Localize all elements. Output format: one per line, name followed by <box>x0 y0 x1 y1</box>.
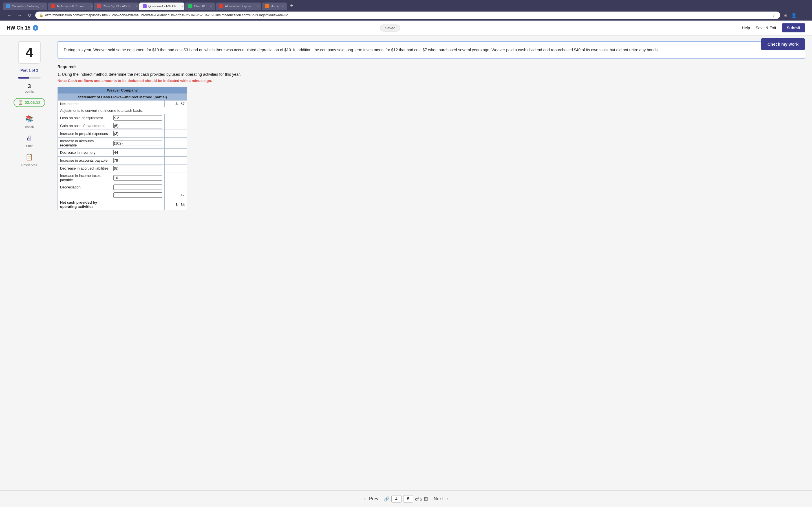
input-accrued-liabilities-field[interactable] <box>113 166 162 171</box>
tab-close-6[interactable]: ✕ <box>257 5 259 8</box>
tab-close-2[interactable]: ✕ <box>91 5 93 8</box>
tab-close-4[interactable]: ✕ <box>182 5 184 8</box>
browser-chrome: Calendar - Sullivan, ✕ McGraw Hill Conne… <box>0 0 812 20</box>
value2-accounts-payable <box>165 157 187 165</box>
input-prepaid-field[interactable] <box>113 131 162 136</box>
label-depreciation: Depreciation <box>58 183 111 191</box>
input-inventory-field[interactable] <box>113 150 162 155</box>
input-inventory[interactable] <box>111 149 165 157</box>
table-row-accounts-receivable: Increase in accounts receivable <box>58 138 187 149</box>
tab-chatgpt[interactable]: ChatGPT ✕ <box>185 3 215 10</box>
tab-close-5[interactable]: ✕ <box>210 5 212 8</box>
saved-badge: Saved <box>380 24 400 32</box>
question-box: During this year, Weaver sold some equip… <box>57 41 805 59</box>
required-text: 1. Using the indirect method, determine … <box>57 71 805 77</box>
tab-label-4: Question 4 - HW Ch... <box>148 4 179 8</box>
value2-accrued-liabilities <box>165 165 187 172</box>
value2-loss-equipment <box>165 114 187 122</box>
lock-icon: 🔒 <box>39 13 43 17</box>
input-accounts-payable-field[interactable] <box>113 158 162 163</box>
input-accounts-payable[interactable] <box>111 157 165 165</box>
references-icon: 📋 <box>24 152 35 162</box>
input-depreciation-field[interactable] <box>113 184 162 190</box>
tab-home[interactable]: Home ✕ <box>262 3 287 10</box>
check-my-work-container: Check my work <box>761 38 805 50</box>
header-center: Saved <box>380 25 400 30</box>
required-label: Required: <box>57 64 805 70</box>
input-gain-investments-field[interactable] <box>113 123 162 128</box>
input-loss-equipment-field[interactable] <box>113 115 162 121</box>
timer-value: 02:05:18 <box>24 100 40 105</box>
references-button[interactable]: 📋 References <box>21 152 37 167</box>
tab-close-3[interactable]: ✕ <box>136 5 138 8</box>
input-subtotal-field[interactable] <box>113 192 162 198</box>
tab-dispute[interactable]: Alternative Dispute ... ✕ <box>216 3 261 10</box>
tab-calendar[interactable]: Calendar - Sullivan, ✕ <box>3 3 47 10</box>
table-row-net-income: Net income $ 67 <box>58 101 187 107</box>
table-row-prepaid: Increase in prepaid expenses <box>58 130 187 138</box>
timer-box: ⏳ 02:05:18 <box>13 98 45 107</box>
input-taxes-payable-field[interactable] <box>113 175 162 180</box>
question-number: 4 <box>26 45 33 60</box>
label-gain-investments: Gain on sale of investments <box>58 122 111 130</box>
reload-button[interactable]: ↻ <box>26 12 33 18</box>
input-taxes-payable[interactable] <box>111 172 165 183</box>
value1-net-cash <box>111 199 165 210</box>
value1-net-income <box>111 101 165 107</box>
value2-prepaid <box>165 130 187 138</box>
app-header: HW Ch 15 i Saved Help Save & Exit Submit <box>0 20 812 36</box>
extensions-icon[interactable]: ⊞ <box>782 12 788 18</box>
table-row-subtotal: 17 <box>58 191 187 199</box>
help-link[interactable]: Help <box>742 25 750 30</box>
question-number-box: 4 <box>18 41 41 64</box>
input-subtotal[interactable] <box>111 191 165 199</box>
input-prepaid[interactable] <box>111 130 165 138</box>
print-icon: 🖨 <box>24 133 35 143</box>
points-box: 3 points <box>25 83 34 94</box>
profile-icon[interactable]: 👤 <box>790 12 798 18</box>
tab-close-7[interactable]: ✕ <box>282 5 284 8</box>
info-icon[interactable]: i <box>33 25 38 31</box>
tab-class[interactable]: Class Sp 24 - ACC2... ✕ <box>94 3 139 10</box>
menu-icon[interactable]: ⋮ <box>800 12 806 18</box>
tab-question-active[interactable]: Question 4 - HW Ch... ✕ <box>139 3 185 10</box>
tab-favicon-3 <box>97 4 101 8</box>
print-button[interactable]: 🖨 Print <box>24 133 35 148</box>
tab-close-1[interactable]: ✕ <box>42 5 44 8</box>
tabs-row: Calendar - Sullivan, ✕ McGraw Hill Conne… <box>3 2 809 10</box>
table-row-taxes-payable: Increase in income taxes payable <box>58 172 187 183</box>
tab-mcgraw[interactable]: McGraw Hill Connec... ✕ <box>48 3 93 10</box>
input-accounts-receivable-field[interactable] <box>113 140 162 146</box>
value2-depreciation <box>165 183 187 191</box>
label-net-income: Net income <box>58 101 111 107</box>
tab-label-5: ChatGPT <box>194 4 207 8</box>
input-loss-equipment[interactable] <box>111 114 165 122</box>
question-body-text: During this year, Weaver sold some equip… <box>64 47 799 53</box>
input-depreciation[interactable] <box>111 183 165 191</box>
input-accounts-receivable[interactable] <box>111 138 165 149</box>
address-icons: ☆ <box>772 13 776 17</box>
star-icon[interactable]: ☆ <box>772 13 776 17</box>
required-section: Required: 1. Using the indirect method, … <box>57 64 805 83</box>
table-row-gain-investments: Gain on sale of investments <box>58 122 187 130</box>
main-content: 4 Part 1 of 2 3 points ⏳ 02:05:18 📚 eBoo… <box>0 36 812 486</box>
save-exit-button[interactable]: Save & Exit <box>756 25 776 30</box>
company-name-header: Weaver Company <box>58 87 187 94</box>
check-my-work-button[interactable]: Check my work <box>761 38 805 50</box>
progress-bar-fill <box>18 77 29 78</box>
app-title-text: HW Ch 15 <box>7 25 31 31</box>
back-button[interactable]: ← <box>6 12 13 18</box>
address-bar[interactable]: 🔒 ezto.mheducation.com/ext/map/index.htm… <box>35 11 780 19</box>
forward-button[interactable]: → <box>16 12 24 18</box>
tab-favicon-4 <box>143 4 147 8</box>
new-tab-button[interactable]: + <box>288 2 296 10</box>
ebook-label: eBook <box>25 125 34 128</box>
value2-subtotal: 17 <box>165 191 187 199</box>
table-header-row: Weaver Company <box>58 87 187 94</box>
input-accrued-liabilities[interactable] <box>111 165 165 172</box>
input-gain-investments[interactable] <box>111 122 165 130</box>
header-actions: Help Save & Exit Submit <box>742 23 805 33</box>
left-sidebar: 4 Part 1 of 2 3 points ⏳ 02:05:18 📚 eBoo… <box>7 41 52 481</box>
submit-button[interactable]: Submit <box>782 23 805 33</box>
ebook-button[interactable]: 📚 eBook <box>24 114 35 128</box>
